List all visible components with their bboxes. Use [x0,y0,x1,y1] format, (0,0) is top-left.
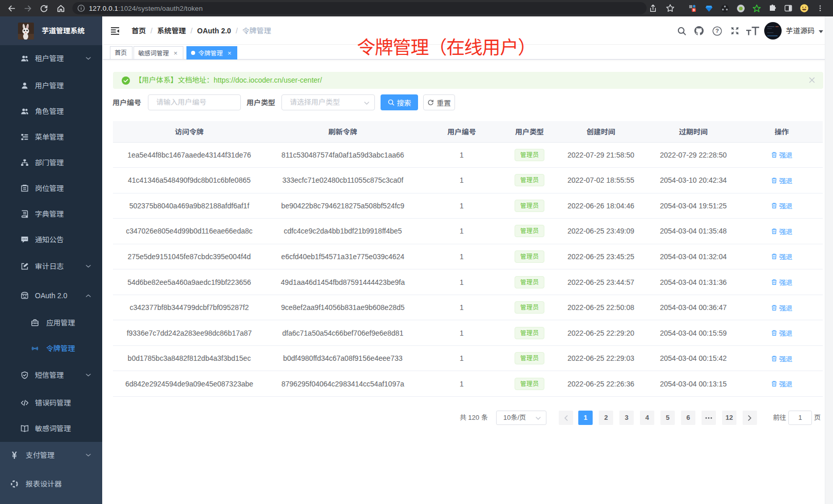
svg-text:?: ? [715,28,719,34]
svg-text:9: 9 [693,8,695,12]
